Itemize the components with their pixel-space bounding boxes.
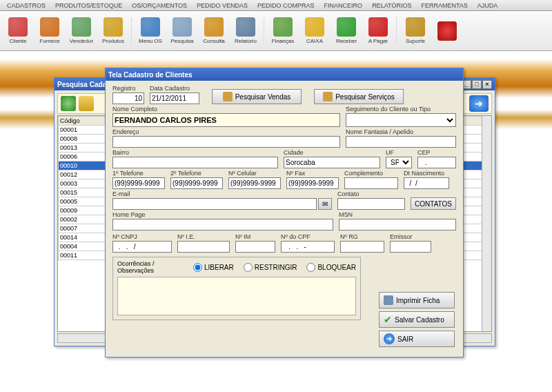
label-endereco: Endereço [112, 128, 340, 135]
registro-input[interactable] [112, 92, 144, 104]
menu-cadastros[interactable]: CADASTROS [3, 2, 50, 9]
bairro-input[interactable] [112, 157, 278, 168]
label-seguimento: Seguimento do Cliente ou Tipo [346, 106, 456, 112]
edit-icon[interactable] [79, 96, 94, 111]
check-icon: ✔ [384, 314, 392, 325]
toolbar-label: Vendedor [70, 38, 93, 44]
toolbar-cliente[interactable]: Cliente [4, 17, 32, 44]
pesquisa-icon [172, 17, 192, 37]
menu-ferramentas[interactable]: FERRAMENTAS [417, 2, 471, 9]
emissor-input[interactable] [390, 241, 431, 253]
sair-button[interactable]: ➜SAIR [379, 331, 455, 347]
toolbar-label: Relatório [235, 38, 257, 44]
maximize-button[interactable]: □ [472, 80, 482, 89]
celular-input[interactable] [228, 177, 281, 189]
toolbar-receber[interactable]: Receber [333, 17, 360, 44]
label-obs: Ocorrências / Observações [117, 260, 179, 274]
menu-pedido vendas[interactable]: PEDIDO VENDAS [193, 2, 252, 9]
toolbar-produtos[interactable]: Produtos [99, 17, 127, 44]
consulta-icon [204, 17, 224, 37]
contatos-button[interactable]: CONTATOS [411, 197, 456, 210]
label-rg: Nº RG [340, 233, 384, 240]
toolbar-label: CAIXA [306, 38, 323, 44]
menu-os-icon [141, 17, 160, 37]
menu-financeiro[interactable]: FINANCEIRO [320, 2, 367, 9]
label-uf: UF [386, 149, 412, 156]
seguimento-select[interactable] [346, 113, 456, 127]
menu-produtos/estoque[interactable]: PRODUTOS/ESTOQUE [51, 2, 126, 9]
toolbar-exit[interactable] [433, 21, 461, 41]
toolbar-relatorio[interactable]: Relatório [232, 17, 259, 44]
cpf-input[interactable] [281, 241, 335, 253]
menu-relatórios[interactable]: RELATÓRIOS [368, 2, 415, 9]
add-icon[interactable] [61, 96, 76, 111]
label-cpf: Nº do CPF [281, 233, 335, 240]
nome-input[interactable] [112, 113, 340, 127]
apagar-icon [368, 17, 388, 37]
relatorio-icon [236, 17, 255, 37]
toolbar-menu-os[interactable]: Menu OS [137, 17, 164, 44]
fax-input[interactable] [286, 177, 339, 189]
pesquisar-servicos-button[interactable]: Pesquisar Serviços [314, 89, 404, 104]
menu-pedido compras[interactable]: PEDIDO COMPRAS [253, 2, 319, 9]
cadastro-title: Tela Cadastro de Clientes [108, 71, 193, 79]
label-emissor: Emissor [390, 233, 431, 240]
fantasia-input[interactable] [346, 136, 456, 148]
search-icon [223, 92, 233, 101]
radio-bloquear[interactable]: BLOQUEAR [306, 263, 356, 272]
email-input[interactable] [112, 198, 317, 210]
label-registro: Registro [112, 85, 144, 92]
radio-liberar[interactable]: LIBERAR [193, 263, 234, 272]
tel2-input[interactable] [170, 177, 223, 189]
uf-select[interactable]: SP [386, 157, 412, 168]
toolbar-consulta[interactable]: Consulta [200, 17, 228, 44]
label-fantasia: Nome Fantasia / Apelido [346, 128, 456, 135]
contato-input[interactable] [337, 198, 405, 210]
produtos-icon [103, 17, 123, 37]
nasc-input[interactable] [404, 177, 449, 189]
scrollbar-vertical[interactable] [482, 116, 491, 331]
rg-input[interactable] [340, 241, 384, 253]
toolbar-financas[interactable]: Finanças [269, 17, 297, 44]
toolbar-vendedor[interactable]: Vendedor [68, 17, 95, 44]
data-input[interactable] [150, 92, 199, 104]
toolbar-label: Pesquisa [171, 38, 194, 44]
toolbar-label: A Pagar [368, 38, 388, 44]
label-complemento: Complemento [344, 170, 398, 177]
financas-icon [273, 17, 293, 37]
close-button[interactable]: × [482, 80, 492, 89]
vendedor-icon [72, 17, 91, 37]
cadastro-titlebar[interactable]: Tela Cadastro de Clientes [106, 68, 463, 81]
email-send-button[interactable]: ✉ [318, 198, 332, 210]
endereco-input[interactable] [112, 136, 340, 148]
toolbar-fornece[interactable]: Fornece [36, 17, 63, 44]
menu-os/orçamentos[interactable]: OS/ORÇAMENTOS [128, 2, 191, 9]
ie-input[interactable] [177, 241, 230, 253]
homepage-input[interactable] [112, 219, 333, 231]
toolbar-suporte[interactable]: Suporte [402, 17, 429, 44]
label-fax: Nº Fax [286, 170, 339, 177]
toolbar-label: Cliente [10, 38, 27, 44]
tel1-input[interactable] [112, 177, 165, 189]
label-contato: Contato [337, 190, 405, 197]
go-button[interactable]: ➜ [469, 95, 489, 112]
radio-restringir[interactable]: RESTRINGIR [244, 263, 297, 272]
cnpj-input[interactable] [112, 241, 172, 253]
menu-ajuda[interactable]: AJUDA [473, 2, 502, 9]
toolbar-label: Receber [336, 38, 357, 44]
salvar-button[interactable]: ✔Salvar Cadastro [379, 311, 455, 328]
mail-icon: ✉ [322, 200, 328, 208]
im-input[interactable] [235, 241, 275, 253]
cep-input[interactable] [417, 157, 456, 168]
complemento-input[interactable] [344, 177, 398, 189]
pesquisar-vendas-button[interactable]: Pesquisar Vendas [212, 89, 302, 104]
toolbar-caixa[interactable]: CAIXA [301, 17, 328, 44]
msn-input[interactable] [339, 219, 456, 231]
toolbar-apagar[interactable]: A Pagar [364, 17, 392, 44]
imprimir-button[interactable]: Imprimir Ficha [379, 292, 455, 308]
toolbar-label: Produtos [102, 38, 124, 44]
obs-textarea[interactable] [117, 277, 356, 315]
label-msn: MSN [339, 211, 456, 218]
cidade-input[interactable] [284, 157, 380, 168]
toolbar-pesquisa[interactable]: Pesquisa [168, 17, 196, 44]
